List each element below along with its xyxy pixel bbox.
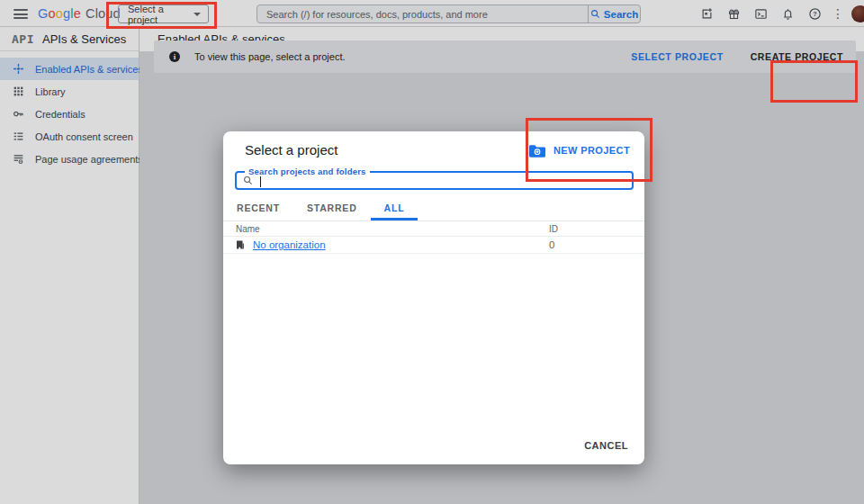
- column-name: Name: [236, 224, 260, 234]
- new-project-icon: [529, 144, 545, 158]
- text-cursor: [260, 176, 261, 187]
- search-icon: [243, 176, 253, 185]
- new-project-button[interactable]: NEW PROJECT: [529, 142, 630, 158]
- dialog-tabs: RECENT STARRED ALL: [223, 197, 644, 221]
- project-search-field: Search projects and folders: [235, 171, 634, 190]
- column-id: ID: [549, 224, 558, 234]
- new-project-label: NEW PROJECT: [554, 145, 630, 156]
- organization-icon: [235, 239, 247, 250]
- table-header: Name ID: [223, 221, 644, 237]
- select-project-dialog: Select a project NEW PROJECT Search proj…: [223, 131, 644, 464]
- no-organization-link[interactable]: No organization: [253, 239, 326, 250]
- cancel-button[interactable]: CANCEL: [584, 440, 628, 451]
- tab-starred[interactable]: STARRED: [293, 197, 371, 220]
- row-id: 0: [549, 239, 554, 250]
- tab-all[interactable]: ALL: [371, 197, 418, 220]
- table-row[interactable]: No organization 0: [223, 237, 644, 254]
- project-search-label: Search projects and folders: [245, 166, 370, 176]
- tab-recent[interactable]: RECENT: [223, 197, 293, 220]
- dialog-title: Select a project: [245, 142, 338, 158]
